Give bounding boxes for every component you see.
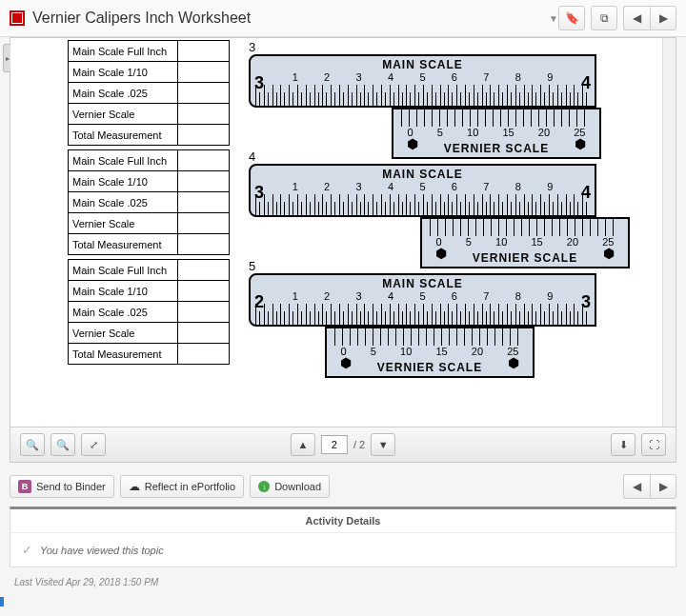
main-scale: MAIN SCALE 3 4 123456789: [249, 164, 596, 217]
viewer-controls: 🔍 🔍 ⤢ ▲ / 2 ▼ ⬇ ⛶: [10, 427, 676, 462]
caliper-graphic: MAIN SCALE 2 3 123456789 0510152025 VERN…: [249, 273, 596, 327]
lock-right-icon: ⬢: [508, 355, 519, 370]
table-label: Total Measurement: [69, 234, 178, 255]
table-label: Main Scale .025: [69, 83, 178, 104]
table-value: [178, 281, 230, 302]
table-label: Vernier Scale: [69, 213, 178, 234]
caliper-graphic: MAIN SCALE 3 4 123456789 0510152025 VERN…: [249, 54, 596, 108]
viewer-frame: ▸ Main Scale Full InchMain Scale 1/10Mai…: [10, 37, 676, 463]
table-label: Main Scale .025: [69, 302, 178, 323]
table-value: [178, 344, 230, 365]
page-number-input[interactable]: [321, 435, 348, 454]
table-label: Main Scale Full Inch: [69, 260, 178, 281]
lock-right-icon: ⬢: [603, 246, 615, 261]
measurement-table: Main Scale Full InchMain Scale 1/10Main …: [68, 149, 230, 255]
table-label: Main Scale 1/10: [69, 62, 178, 83]
prev-action-button[interactable]: ◀: [623, 474, 650, 499]
vernier-nums: 0510152025: [422, 236, 628, 248]
download-icon: ↓: [258, 481, 270, 492]
table-value: [178, 323, 230, 344]
next-topic-button[interactable]: ▶: [650, 6, 676, 30]
viewer-download-button[interactable]: ⬇: [611, 433, 636, 456]
vernier-nums: 0510152025: [327, 346, 533, 357]
page-dropdown-button[interactable]: ▼: [371, 433, 395, 456]
next-action-button[interactable]: ▶: [650, 474, 676, 499]
send-to-binder-button[interactable]: B Send to Binder: [10, 475, 114, 498]
last-visited: Last Visited Apr 29, 2018 1:50 PM: [0, 567, 686, 597]
main-scale-label: MAIN SCALE: [251, 275, 595, 290]
activity-details-panel: Activity Details ✓ You have viewed this …: [10, 507, 676, 567]
fit-width-button[interactable]: ⤢: [81, 433, 106, 456]
check-icon: ✓: [22, 543, 32, 557]
table-label: Main Scale Full Inch: [69, 41, 178, 62]
main-scale: MAIN SCALE 3 4 123456789: [249, 54, 596, 108]
scrollbar[interactable]: [662, 38, 676, 427]
table-value: [178, 234, 230, 255]
vernier-ticks: [334, 328, 525, 346]
main-small-nums: 123456789: [251, 290, 595, 302]
popout-button[interactable]: ⧉: [591, 6, 617, 30]
caliper-block: 5 MAIN SCALE 2 3 123456789 0510152025 VE…: [249, 259, 596, 365]
table-value: [178, 302, 230, 323]
main-scale-label: MAIN SCALE: [251, 56, 595, 71]
table-label: Main Scale .025: [69, 192, 178, 213]
worksheet-row: Main Scale Full InchMain Scale 1/10Main …: [25, 148, 652, 255]
table-value: [178, 41, 230, 62]
lock-right-icon: ⬢: [575, 136, 586, 151]
table-label: Vernier Scale: [69, 323, 178, 344]
chevron-down-icon[interactable]: ▼: [549, 13, 558, 24]
worksheet-row: Main Scale Full InchMain Scale 1/10Main …: [25, 38, 652, 146]
vernier-ticks: [401, 109, 592, 127]
table-value: [178, 125, 230, 146]
bookmark-button[interactable]: 🔖: [558, 6, 585, 30]
binder-icon: B: [18, 480, 31, 493]
accent-bar: [0, 597, 4, 606]
table-label: Main Scale 1/10: [69, 171, 178, 192]
vernier-label: VERNIER SCALE: [393, 142, 599, 155]
measurement-table: Main Scale Full InchMain Scale 1/10Main …: [68, 40, 230, 146]
fullscreen-button[interactable]: ⛶: [641, 433, 666, 456]
lock-left-icon: ⬢: [340, 355, 352, 370]
table-label: Total Measurement: [69, 344, 178, 365]
table-label: Main Scale Full Inch: [69, 150, 178, 171]
table-label: Main Scale 1/10: [69, 281, 178, 302]
caliper-block: 4 MAIN SCALE 3 4 123456789 0510152025 VE…: [249, 149, 596, 255]
caliper-block: 3 MAIN SCALE 3 4 123456789 0510152025 VE…: [249, 40, 596, 146]
vernier-scale: 0510152025 VERNIER SCALE ⬢ ⬢: [325, 327, 535, 378]
table-value: [178, 192, 230, 213]
table-value: [178, 171, 230, 192]
prev-topic-button[interactable]: ◀: [623, 6, 650, 30]
page-up-button[interactable]: ▲: [291, 433, 315, 456]
viewed-text: You have viewed this topic: [40, 545, 164, 556]
main-scale-label: MAIN SCALE: [251, 166, 595, 181]
table-value: [178, 83, 230, 104]
table-label: Vernier Scale: [69, 104, 178, 125]
page-total: / 2: [353, 439, 365, 450]
table-value: [178, 150, 230, 171]
pdf-icon: [10, 10, 25, 26]
document-area: Main Scale Full InchMain Scale 1/10Main …: [10, 38, 676, 427]
download-button[interactable]: ↓ Download: [250, 475, 330, 498]
cloud-icon: ☁: [129, 480, 140, 493]
question-number: 3: [249, 40, 596, 54]
vernier-nums: 0510152025: [393, 127, 599, 138]
vernier-ticks: [430, 219, 620, 236]
lock-left-icon: ⬢: [435, 246, 447, 261]
vernier-label: VERNIER SCALE: [327, 361, 533, 374]
table-value: [178, 62, 230, 83]
worksheet-row: Main Scale Full InchMain Scale 1/10Main …: [25, 257, 652, 365]
activity-details-heading: Activity Details: [10, 509, 676, 533]
zoom-out-button[interactable]: 🔍: [20, 433, 45, 456]
action-bar: B Send to Binder ☁ Reflect in ePortfolio…: [10, 474, 676, 499]
doc-title: Vernier Calipers Inch Worksheet: [32, 10, 541, 27]
vernier-scale: 0510152025 VERNIER SCALE ⬢ ⬢: [420, 217, 630, 268]
zoom-in-button[interactable]: 🔍: [50, 433, 75, 456]
table-value: [178, 104, 230, 125]
main-small-nums: 123456789: [251, 181, 595, 192]
measurement-table: Main Scale Full InchMain Scale 1/10Main …: [68, 259, 230, 365]
caliper-graphic: MAIN SCALE 3 4 123456789 0510152025 VERN…: [249, 164, 596, 217]
table-value: [178, 260, 230, 281]
reflect-eportfolio-button[interactable]: ☁ Reflect in ePortfolio: [120, 475, 244, 498]
expand-sidebar-tab[interactable]: ▸: [3, 44, 10, 72]
main-scale: MAIN SCALE 2 3 123456789: [249, 273, 596, 327]
